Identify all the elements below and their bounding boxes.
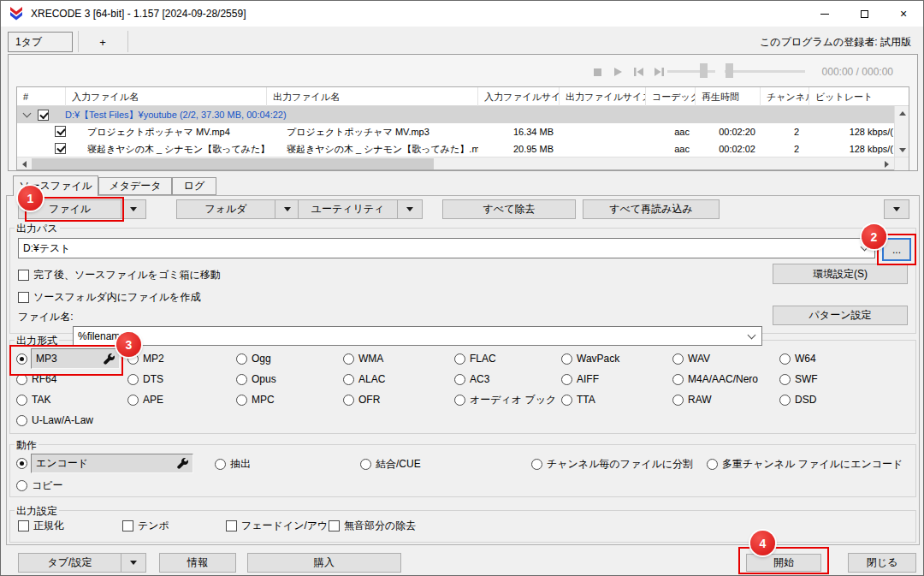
action-option-encode[interactable]: エンコード <box>16 454 193 473</box>
column-header[interactable]: 入力ファイルサイズ <box>478 87 560 106</box>
purchase-button[interactable]: 購入 <box>247 553 401 573</box>
action-option[interactable]: チャンネル毎のファイルに分割 <box>531 457 693 472</box>
tab-metadata[interactable]: メタデータ <box>98 177 172 195</box>
format-option[interactable]: OFR <box>343 394 454 406</box>
hscroll-thumb[interactable] <box>32 158 434 169</box>
pattern-settings-button[interactable]: パターン設定 <box>773 306 908 325</box>
file-row[interactable]: 寝起きヤシの木 _ シナモン【歌ってみた】.mp4 寝起きヤシの木 _ シナモン… <box>17 140 894 157</box>
format-option[interactable]: Ogg <box>236 353 343 365</box>
column-header[interactable]: チャンネル <box>761 87 809 106</box>
action-option[interactable]: 多重チャンネル ファイルにエンコード <box>707 457 903 472</box>
output-path-combobox[interactable]: D:¥テスト <box>18 238 875 258</box>
next-track-button[interactable] <box>652 66 666 78</box>
format-option[interactable]: TTA <box>561 394 672 406</box>
close-window-button[interactable]: 閉じる <box>848 553 916 573</box>
column-header[interactable]: # <box>17 87 66 106</box>
tab-settings-dropdown-button[interactable] <box>121 553 146 573</box>
maximize-button[interactable] <box>844 1 884 27</box>
tab-settings-button[interactable]: タブ/設定 <box>18 553 121 573</box>
format-option[interactable]: MPC <box>236 394 343 406</box>
row-checkbox[interactable] <box>55 143 66 154</box>
start-button[interactable]: 開始 <box>746 554 821 572</box>
format-option[interactable]: RF64 <box>16 373 127 385</box>
format-option[interactable]: オーディオ ブック <box>454 393 561 407</box>
minimize-button[interactable] <box>805 1 844 27</box>
format-option[interactable]: DTS <box>127 373 236 385</box>
format-option[interactable]: M4A/AAC/Nero <box>672 373 779 385</box>
file-button[interactable]: ファイル <box>18 199 121 219</box>
reload-all-button[interactable]: すべて再読み込み <box>583 199 720 219</box>
format-option-mp3[interactable]: MP3 <box>16 348 127 369</box>
column-header[interactable]: 出力ファイルサイズ <box>560 87 646 106</box>
format-option[interactable]: ALAC <box>343 373 454 385</box>
play-button[interactable] <box>611 66 625 78</box>
output-setting-checkbox[interactable]: フェードイン/アウト <box>226 519 329 533</box>
column-header[interactable]: コーデック <box>646 87 696 106</box>
scroll-up-button[interactable] <box>895 106 909 121</box>
format-option[interactable]: RAW <box>672 394 779 406</box>
move-to-trash-checkbox[interactable]: 完了後、ソースファイルをゴミ箱に移動 <box>18 268 221 282</box>
preferences-button[interactable]: 環境設定(S) <box>773 264 908 284</box>
toolbar-more-dropdown-button[interactable] <box>884 199 909 219</box>
format-option[interactable]: WAV <box>672 353 779 365</box>
row-checkbox[interactable] <box>55 126 66 137</box>
format-option[interactable]: MP2 <box>127 353 236 365</box>
format-option[interactable]: WMA <box>343 353 454 365</box>
browse-button[interactable]: ... <box>882 238 911 261</box>
folder-dropdown-button[interactable] <box>275 199 300 219</box>
slider-thumb[interactable] <box>726 63 733 78</box>
add-tab-button[interactable]: + <box>83 32 122 52</box>
tab-1[interactable]: 1タブ <box>8 32 73 52</box>
mp3-settings-box[interactable]: MP3 <box>31 348 120 369</box>
column-header[interactable]: 再生時間 <box>696 87 761 106</box>
format-option[interactable]: FLAC <box>454 353 561 365</box>
scroll-down-button[interactable] <box>895 143 909 157</box>
folder-button[interactable]: フォルダ <box>176 199 275 219</box>
encode-settings-box[interactable]: エンコード <box>31 454 193 473</box>
format-option[interactable]: AC3 <box>454 373 561 385</box>
action-option-copy[interactable]: コピー <box>16 478 63 493</box>
horizontal-scrollbar[interactable] <box>17 157 909 169</box>
utility-dropdown-button[interactable] <box>397 199 423 219</box>
seek-slider[interactable] <box>725 63 805 79</box>
action-option[interactable]: 結合/CUE <box>360 457 421 472</box>
group-checkbox[interactable] <box>38 110 49 121</box>
slider-thumb[interactable] <box>700 63 708 78</box>
info-button[interactable]: 情報 <box>159 553 236 573</box>
format-option[interactable]: DSD <box>779 394 909 406</box>
format-option[interactable]: WavPack <box>561 353 672 365</box>
previous-track-button[interactable] <box>631 66 645 78</box>
column-header[interactable]: 入力ファイル名 <box>66 87 267 106</box>
checkbox-icon <box>18 520 29 531</box>
column-header[interactable]: ビットレート <box>809 87 909 106</box>
volume-slider[interactable] <box>667 63 715 79</box>
create-in-source-folder-checkbox[interactable]: ソースフォルダ内にファイルを作成 <box>18 290 200 305</box>
group-row[interactable]: D:¥【Test Files】¥youtube (2/2, 37.30 MB, … <box>17 106 894 123</box>
format-option[interactable]: U-Law/A-Law <box>16 414 127 426</box>
output-setting-checkbox[interactable]: 無音部分の除去 <box>329 519 416 533</box>
vertical-scrollbar[interactable] <box>894 106 909 157</box>
action-option[interactable]: 抽出 <box>215 457 251 472</box>
remove-all-button[interactable]: すべて除去 <box>442 199 576 219</box>
format-option[interactable]: SWF <box>779 373 909 385</box>
scroll-left-button[interactable] <box>17 157 32 170</box>
tab-log[interactable]: ログ <box>172 177 216 195</box>
format-option[interactable]: TAK <box>16 394 127 406</box>
output-setting-checkbox[interactable]: テンポ <box>122 519 226 533</box>
utility-button[interactable]: ユーティリティ <box>298 199 397 219</box>
filename-combobox[interactable]: %filename% <box>73 326 762 346</box>
tab-source-files[interactable]: ソースファイル <box>13 175 98 196</box>
column-header[interactable]: 出力ファイル名 <box>267 87 478 106</box>
file-dropdown-button[interactable] <box>121 199 146 219</box>
close-button[interactable]: × <box>884 1 923 27</box>
format-option[interactable]: APE <box>127 394 236 406</box>
document-tab-bar: 1タブ + このプログラムの登録者: 試用版 <box>1 27 923 54</box>
format-option[interactable]: Opus <box>236 373 343 385</box>
collapse-chevron-icon[interactable] <box>23 110 32 118</box>
format-option[interactable]: W64 <box>779 353 909 365</box>
output-setting-checkbox[interactable]: 正規化 <box>18 519 122 533</box>
file-row[interactable]: プロジェクトポッチャマ MV.mp4 プロジェクトポッチャマ MV.mp3 16… <box>17 123 894 140</box>
format-option[interactable]: AIFF <box>561 373 672 385</box>
stop-button[interactable] <box>590 66 604 78</box>
scroll-right-button[interactable] <box>880 157 894 170</box>
